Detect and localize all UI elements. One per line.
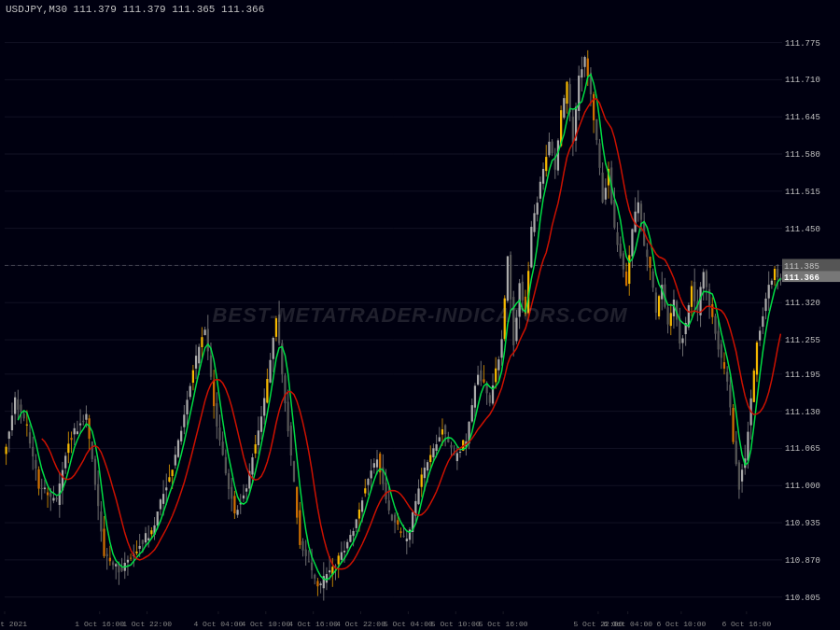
chart-title: USDJPY,M30 111.379 111.379 111.365 111.3… [6, 4, 264, 15]
watermark: BEST-METATRADER-INDICATORS.COM [212, 303, 627, 328]
chart-container: USDJPY,M30 111.379 111.379 111.365 111.3… [0, 0, 840, 630]
